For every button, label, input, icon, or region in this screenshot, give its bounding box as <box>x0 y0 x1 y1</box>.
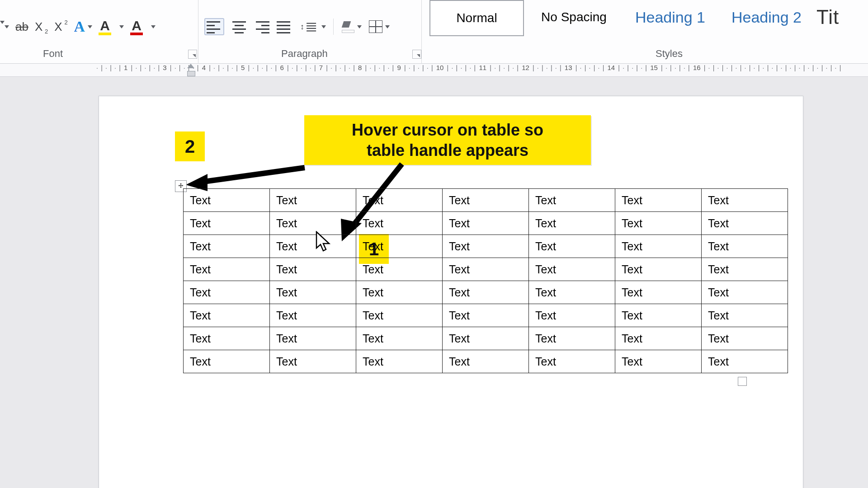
font-color-dropdown[interactable] <box>149 25 156 28</box>
table-cell[interactable]: Text <box>184 212 270 235</box>
font-dialog-launcher[interactable] <box>188 50 197 59</box>
table-cell[interactable]: Text <box>443 327 529 350</box>
table-cell[interactable]: Text <box>529 212 615 235</box>
table-cell[interactable]: Text <box>702 235 788 258</box>
table-row[interactable]: TextTextTextTextTextTextText <box>184 189 788 212</box>
style-heading1[interactable]: Heading 1 <box>624 0 717 34</box>
table-cell[interactable]: Text <box>184 235 270 258</box>
table-cell[interactable]: Text <box>443 350 529 373</box>
table-cell[interactable]: Text <box>184 304 270 327</box>
table-cell[interactable]: Text <box>356 189 443 212</box>
table-cell[interactable]: Text <box>529 304 615 327</box>
styles-gallery: Normal No Spacing Heading 1 Heading 2 Ti… <box>429 0 868 36</box>
table-cell[interactable]: Text <box>356 212 443 235</box>
table-row[interactable]: TextTextTextTextTextTextText <box>184 258 788 281</box>
font-group: ab X2 X2 A A A <box>0 18 156 35</box>
table-cell[interactable]: Text <box>270 258 356 281</box>
table-cell[interactable]: Text <box>443 189 529 212</box>
table-cell[interactable]: Text <box>184 327 270 350</box>
table-cell[interactable]: Text <box>356 235 443 258</box>
table-cell[interactable]: Text <box>529 281 615 304</box>
subscript-button[interactable]: X2 <box>35 20 48 34</box>
table-row[interactable]: TextTextTextTextTextTextText <box>184 304 788 327</box>
table-cell[interactable]: Text <box>529 189 615 212</box>
table-cell[interactable]: Text <box>702 350 788 373</box>
align-right-button[interactable] <box>254 20 269 33</box>
table-cell[interactable]: Text <box>615 212 702 235</box>
group-separator <box>198 0 198 63</box>
table-cell[interactable]: Text <box>615 189 702 212</box>
table-cell[interactable]: Text <box>184 189 270 212</box>
document-page[interactable]: Hover cursor on table so table handle ap… <box>99 96 803 488</box>
table-cell[interactable]: Text <box>356 350 443 373</box>
style-title[interactable]: Tit <box>816 0 868 34</box>
table-cell[interactable]: Text <box>270 212 356 235</box>
font-color-button[interactable]: A <box>130 18 143 35</box>
table-cell[interactable]: Text <box>356 304 443 327</box>
table-row[interactable]: TextTextTextTextTextTextText <box>184 350 788 373</box>
style-heading2[interactable]: Heading 2 <box>720 0 813 34</box>
paragraph-dialog-launcher[interactable] <box>412 50 421 59</box>
align-center-button[interactable] <box>231 20 247 33</box>
align-justify-button[interactable] <box>277 20 292 33</box>
indent-marker-top[interactable] <box>187 64 194 68</box>
table-cell[interactable]: Text <box>702 189 788 212</box>
table-cell[interactable]: Text <box>270 350 356 373</box>
table-cell[interactable]: Text <box>615 235 702 258</box>
editor-canvas: Hover cursor on table so table handle ap… <box>0 77 868 488</box>
table-cell[interactable]: Text <box>615 281 702 304</box>
table-cell[interactable]: Text <box>529 350 615 373</box>
style-no-spacing[interactable]: No Spacing <box>528 0 620 34</box>
text-effects-button[interactable]: A <box>74 18 93 35</box>
annotation-line2: table handle appears <box>314 140 581 160</box>
table-cell[interactable]: Text <box>702 258 788 281</box>
table-cell[interactable]: Text <box>615 258 702 281</box>
shading-button[interactable] <box>341 20 362 33</box>
styles-group-label: Styles <box>656 48 683 60</box>
font-group-label: Font <box>43 48 63 60</box>
table-cell[interactable]: Text <box>184 350 270 373</box>
table-cell[interactable]: Text <box>443 212 529 235</box>
table-cell[interactable]: Text <box>443 235 529 258</box>
strikethrough-button[interactable]: ab <box>15 20 28 34</box>
superscript-button[interactable]: X2 <box>54 20 67 34</box>
table-cell[interactable]: Text <box>529 235 615 258</box>
highlight-color-button[interactable]: A <box>99 18 111 35</box>
table-cell[interactable]: Text <box>356 327 443 350</box>
table-cell[interactable]: Text <box>702 304 788 327</box>
table-cell[interactable]: Text <box>702 327 788 350</box>
table-cell[interactable]: Text <box>615 327 702 350</box>
table-row[interactable]: TextTextTextTextTextTextText <box>184 327 788 350</box>
horizontal-ruler[interactable]: ·|·|·|1|·|·|·|3|·|·|·|4|·|·|·|5|·|·|·|6|… <box>0 64 868 77</box>
borders-button[interactable] <box>369 20 390 33</box>
table-cell[interactable]: Text <box>184 258 270 281</box>
table-cell[interactable]: Text <box>443 304 529 327</box>
line-spacing-button[interactable]: ↕ <box>299 20 326 33</box>
table-row[interactable]: TextTextTextTextTextTextText <box>184 235 788 258</box>
table-cell[interactable]: Text <box>270 189 356 212</box>
document-table[interactable]: TextTextTextTextTextTextTextTextTextText… <box>183 188 788 373</box>
table-cell[interactable]: Text <box>702 281 788 304</box>
dropdown-icon[interactable] <box>3 25 9 28</box>
highlight-color-dropdown[interactable] <box>118 25 124 28</box>
table-cell[interactable]: Text <box>443 258 529 281</box>
table-cell[interactable]: Text <box>356 281 443 304</box>
align-left-button[interactable] <box>204 18 224 35</box>
table-cell[interactable]: Text <box>356 258 443 281</box>
table-cell[interactable]: Text <box>702 212 788 235</box>
table-cell[interactable]: Text <box>615 350 702 373</box>
table-cell[interactable]: Text <box>615 304 702 327</box>
table-row[interactable]: TextTextTextTextTextTextText <box>184 281 788 304</box>
table-cell[interactable]: Text <box>270 327 356 350</box>
table-cell[interactable]: Text <box>270 281 356 304</box>
indent-marker-bottom[interactable] <box>187 71 195 76</box>
table-cell[interactable]: Text <box>529 327 615 350</box>
style-normal[interactable]: Normal <box>429 0 524 36</box>
table-cell[interactable]: Text <box>443 281 529 304</box>
table-cell[interactable]: Text <box>270 304 356 327</box>
table-row[interactable]: TextTextTextTextTextTextText <box>184 212 788 235</box>
table-resize-handle[interactable] <box>738 377 747 386</box>
table-cell[interactable]: Text <box>270 235 356 258</box>
table-cell[interactable]: Text <box>529 258 615 281</box>
table-cell[interactable]: Text <box>184 281 270 304</box>
